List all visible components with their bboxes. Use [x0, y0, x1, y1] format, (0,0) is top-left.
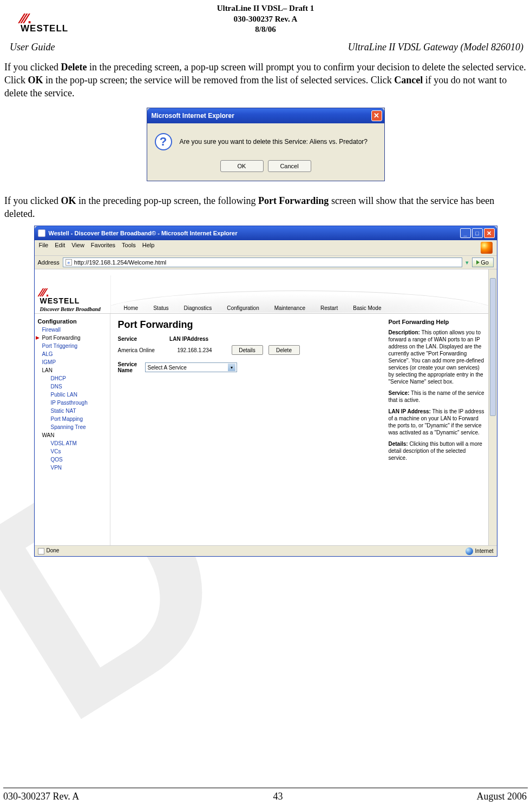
ie-icon: [38, 229, 45, 237]
dialog-message: Are you sure you want to delete this Ser…: [180, 138, 368, 146]
paragraph-2: If you clicked OK in the preceding pop-u…: [3, 187, 528, 221]
sidebar-group-lan[interactable]: LAN: [38, 366, 110, 374]
nav-basicmode[interactable]: Basic Mode: [345, 303, 389, 313]
brand-text: WESTELL: [40, 296, 110, 305]
scrollbar-thumb[interactable]: [490, 278, 496, 416]
sidebar-item-qos[interactable]: QOS: [38, 455, 110, 464]
sidebar-item-porttriggering[interactable]: Port Triggering: [38, 342, 110, 350]
th-service: Service: [118, 336, 137, 342]
close-icon[interactable]: ✕: [484, 228, 495, 238]
nav-diagnostics[interactable]: Diagnostics: [176, 303, 220, 313]
menu-help[interactable]: Help: [142, 242, 155, 254]
dropdown-icon[interactable]: ▾: [466, 259, 469, 266]
minimize-icon[interactable]: _: [460, 228, 471, 238]
address-label: Address: [38, 259, 60, 266]
sidebar-item-spanningtree[interactable]: Spanning Tree: [38, 423, 110, 431]
sidebar-item-vdslatm[interactable]: VDSL ATM: [38, 439, 110, 447]
sidebar-item-ippassthrough[interactable]: IP Passthrough: [38, 399, 110, 407]
cancel-button[interactable]: Cancel: [268, 160, 311, 172]
header-wave: Home Status Diagnostics Configuration Ma…: [110, 275, 488, 313]
menu-view[interactable]: View: [71, 242, 84, 254]
page-favicon-icon: e: [65, 259, 72, 266]
nav-configuration[interactable]: Configuration: [219, 303, 266, 313]
go-arrow-icon: [476, 260, 480, 265]
westell-logo-text: WESTELL: [21, 23, 68, 34]
browser-window: Westell - Discover Better Broadband© - M…: [34, 226, 497, 557]
nav-maintenance[interactable]: Maintenance: [267, 303, 313, 313]
menu-tools[interactable]: Tools: [122, 242, 136, 254]
nav-restart[interactable]: Restart: [313, 303, 345, 313]
sidebar-item-portmapping[interactable]: Port Mapping: [38, 415, 110, 423]
brand-tag: Discover Better Broadband: [40, 305, 110, 312]
table-row: America Online 192.168.1.234 Details Del…: [118, 344, 378, 356]
westell-brand: ⁄⁄⁄. WESTELL Discover Better Broadband: [35, 285, 110, 313]
header-line1: UltraLine II VDSL– Draft 1: [3, 3, 528, 14]
service-select[interactable]: Select A Service ▾: [145, 362, 237, 372]
westell-mark-icon: ⁄⁄⁄.: [40, 288, 110, 296]
maximize-icon[interactable]: □: [472, 228, 483, 238]
sidebar-item-alg[interactable]: ALG: [38, 350, 110, 358]
menu-file[interactable]: File: [39, 242, 49, 254]
nav-status[interactable]: Status: [146, 303, 176, 313]
menu-edit[interactable]: Edit: [55, 242, 65, 254]
footer-right: August 2006: [476, 791, 527, 802]
cell-service: America Online: [118, 347, 172, 353]
sidebar-item-firewall[interactable]: Firewall: [38, 326, 110, 334]
go-button[interactable]: Go: [472, 258, 494, 267]
question-icon: ?: [155, 133, 172, 150]
footer-center: 43: [273, 791, 283, 802]
page-favicon-icon: [38, 548, 44, 554]
subheader-left: User Guide: [10, 42, 55, 53]
menu-favorites[interactable]: Favorites: [91, 242, 115, 254]
delete-button[interactable]: Delete: [268, 345, 300, 355]
sidebar-item-dhcp[interactable]: DHCP: [38, 374, 110, 382]
nav-home[interactable]: Home: [116, 303, 146, 313]
help-panel: Port Forwarding Help Description: This o…: [385, 314, 488, 545]
details-button[interactable]: Details: [232, 345, 263, 355]
page-footer: 030-300237 Rev. A 43 August 2006: [3, 791, 527, 802]
browser-title: Westell - Discover Better Broadband© - M…: [49, 230, 238, 236]
service-name-label: Service Name: [118, 361, 140, 373]
page-title: Port Forwarding: [118, 319, 378, 336]
sidebar-group-wan[interactable]: WAN: [38, 431, 110, 439]
chevron-down-icon: ▾: [228, 364, 235, 371]
th-ip: LAN IPAddress: [169, 336, 208, 342]
sidebar-item-portforwarding[interactable]: Port Forwarding: [38, 334, 110, 342]
confirm-dialog: Microsoft Internet Explorer ✕ ? Are you …: [147, 108, 385, 181]
cell-ip: 192.168.1.234: [178, 347, 226, 353]
sidebar-item-staticnat[interactable]: Static NAT: [38, 407, 110, 415]
sidebar-item-vcs[interactable]: VCs: [38, 447, 110, 455]
footer-left: 030-300237 Rev. A: [3, 791, 79, 802]
sidebar-header: Configuration: [38, 317, 110, 326]
paragraph-1: If you clicked Delete in the preceding s…: [3, 53, 528, 100]
close-icon[interactable]: ✕: [371, 110, 382, 121]
address-url: http://192.168.1.254/Welcome.html: [74, 259, 166, 266]
scrollbar[interactable]: [488, 269, 497, 545]
sidebar-item-dns[interactable]: DNS: [38, 382, 110, 391]
sidebar: Configuration Firewall Port Forwarding P…: [35, 314, 110, 545]
status-left: Done: [47, 547, 60, 553]
sidebar-item-igmp[interactable]: IGMP: [38, 358, 110, 366]
sidebar-item-publiclan[interactable]: Public LAN: [38, 391, 110, 399]
footer-rule: [3, 788, 528, 788]
windows-flag-icon: [481, 242, 493, 254]
subheader-right: UltraLine II VDSL Gateway (Model 826010): [348, 42, 523, 53]
sidebar-item-vpn[interactable]: VPN: [38, 464, 110, 472]
browser-menu: File Edit View Favorites Tools Help: [35, 240, 497, 256]
status-right: Internet: [475, 548, 494, 554]
westell-mark-icon: ⁄⁄⁄.: [21, 14, 31, 23]
address-input[interactable]: e http://192.168.1.254/Welcome.html: [63, 258, 462, 267]
ok-button[interactable]: OK: [220, 160, 264, 172]
service-select-value: Select A Service: [148, 365, 187, 371]
globe-icon: [466, 547, 473, 555]
dialog-title: Microsoft Internet Explorer: [152, 112, 234, 120]
help-title: Port Forwarding Help: [389, 318, 485, 329]
